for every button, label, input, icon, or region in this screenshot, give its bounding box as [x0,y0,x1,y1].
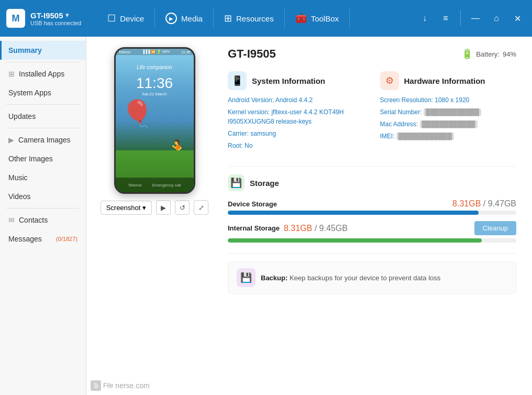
device-storage-label-row: Device Storage 8.31GB / 9.47GB [228,199,516,209]
device-info: GT-I9505 ▾ USB has connected [30,11,81,26]
android-version-row: Android Version: Android 4.4.2 [228,95,364,105]
media-icon: ▶ [165,13,177,24]
sidebar-label-contacts: Contacts [19,216,48,224]
carrier-bottom: Telenor [128,183,142,188]
backup-label: Backup: [261,274,287,282]
internal-storage-bar-bg [228,238,516,243]
sidebar-item-other-images[interactable]: Other Images [0,149,86,168]
messages-badge: (0/1827) [56,236,77,242]
android-version-value: Android 4.4.2 [275,96,313,104]
device-storage-total: / [483,199,485,208]
info-cards: 📱 System Information Android Version: An… [228,71,516,153]
dropdown-arrow-icon: ▾ [142,204,146,212]
phone-mockup: Telenor ▐▐▐ 📶 🔋 94% 11:36 Life companion… [114,47,195,194]
main-content: Telenor ▐▐▐ 📶 🔋 94% 11:36 Life companion… [86,37,532,395]
time-display: 11:36 [181,50,191,54]
device-storage-used: 8.31GB [452,199,481,208]
hardware-info-icon: ⚙ [380,71,399,90]
sidebar-label-other-images: Other Images [8,155,53,163]
carrier-text: Telenor [119,50,131,54]
signal-icons: ▐▐▐ 📶 🔋 94% [142,50,170,54]
imei-row: IMEI: ████████████ [380,131,517,141]
sidebar-label-music: Music [8,173,28,182]
menu-btn[interactable]: ≡ [437,10,454,27]
watermark: 📄 File nerse.com [91,380,150,391]
sidebar-item-system-apps[interactable]: System Apps [0,83,86,102]
sidebar-item-camera-images[interactable]: ▶ Camera Images [0,130,86,149]
divider [460,10,461,26]
battery-icon: 🔋 [461,48,473,60]
root-value: No [245,142,252,149]
hardware-info-card: ⚙ Hardware Information Screen Resolution… [380,71,517,153]
sidebar-label-summary: Summary [8,46,42,54]
toolbox-icon: 🧰 [295,13,307,24]
sidebar: Summary ⊞ Installed Apps System Apps Upd… [0,37,86,395]
nav-toolbox[interactable]: 🧰 ToolBox [285,8,350,28]
sidebar-item-videos[interactable]: Videos [0,187,86,206]
resources-icon: ⊞ [224,13,232,24]
device-storage-row: Device Storage 8.31GB / 9.47GB [228,199,516,215]
nav-media[interactable]: ▶ Media [155,8,214,28]
resolution-row: Screen Resolution: 1080 x 1920 [380,95,517,105]
nav-device-label: Device [120,14,144,23]
kernel-label: Kernel version: [228,108,270,116]
home-btn[interactable]: ⌂ [488,10,505,27]
phone-date: Sat.21 March [142,92,167,96]
section-divider [228,166,516,167]
internal-storage-bar-fill [228,238,482,243]
info-section: GT-I9505 🔋 Battery: 94% 📱 System Informa… [228,47,516,294]
device-storage-value: 8.31GB / 9.47GB [452,199,516,209]
sidebar-label-installed-apps: Installed Apps [19,70,64,78]
cleanup-button[interactable]: Cleanup [474,221,516,235]
play-button[interactable]: ▶ [156,200,171,215]
device-title-row: GT-I9505 🔋 Battery: 94% [228,47,516,61]
contacts-icon: ✉ [8,216,15,224]
serial-row: Serial Number: ████████████ [380,107,517,117]
system-info-title: System Information [252,76,325,85]
refresh-button[interactable]: ↺ [175,200,190,215]
sidebar-item-installed-apps[interactable]: ⊞ Installed Apps [0,64,86,83]
title-bar: M GT-I9505 ▾ USB has connected ☐ Device … [0,0,532,37]
resolution-label: Screen Resolution: [380,96,433,104]
device-storage-bar-fill [228,211,479,215]
expand-button[interactable]: ⤢ [194,200,208,215]
nav-media-label: Media [181,14,203,23]
mac-row: Mac Address: ████████████ [380,119,517,129]
nav-resources[interactable]: ⊞ Resources [214,8,285,28]
carrier-value: samsung [250,130,276,137]
screenshot-dropdown[interactable]: Screenshot ▾ [101,201,152,215]
sidebar-item-music[interactable]: Music [0,168,86,187]
mac-value: ████████████ [420,120,478,128]
sidebar-item-summary[interactable]: Summary [0,41,86,60]
battery-info: 🔋 Battery: 94% [461,48,516,60]
imei-label: IMEI: [380,133,395,140]
device-name[interactable]: GT-I9505 ▾ [30,11,81,20]
storage-icon: 💾 [228,174,245,191]
sidebar-item-contacts[interactable]: ✉ Contacts [0,211,86,229]
phone-time: 11:36 [136,75,173,92]
system-info-card: 📱 System Information Android Version: An… [228,71,364,153]
device-title-name: GT-I9505 [228,47,276,61]
backup-divider [228,253,516,254]
download-btn[interactable]: ↓ [416,10,433,27]
internal-storage-row: Internal Storage 8.31GB / 9.45GB Cleanup [228,221,516,243]
balloon-decoration: 🎈 [121,98,153,129]
carrier-label: Carrier: [228,130,249,137]
screenshot-controls: Screenshot ▾ ▶ ↺ ⤢ [101,200,209,215]
phone-screen: Telenor ▐▐▐ 📶 🔋 94% 11:36 Life companion… [116,49,194,192]
backup-icon: 💾 [237,268,256,287]
imei-value: ████████████ [396,133,454,140]
nav-device[interactable]: ☐ Device [97,8,155,28]
device-icon: ☐ [107,13,116,24]
minimize-btn[interactable]: — [467,10,484,27]
sidebar-label-updates: Updates [8,112,36,120]
internal-storage-label: Internal Storage [228,224,280,232]
close-btn[interactable]: ✕ [509,10,526,27]
camera-icon: ▶ [8,136,14,144]
resolution-value: 1080 x 1920 [435,96,469,104]
sidebar-item-updates[interactable]: Updates [0,107,86,126]
sidebar-divider-4 [6,208,80,209]
sidebar-item-messages[interactable]: Messages (0/1827) [0,229,86,248]
internal-slash: / [315,224,317,233]
device-storage-bar-bg [228,211,516,215]
